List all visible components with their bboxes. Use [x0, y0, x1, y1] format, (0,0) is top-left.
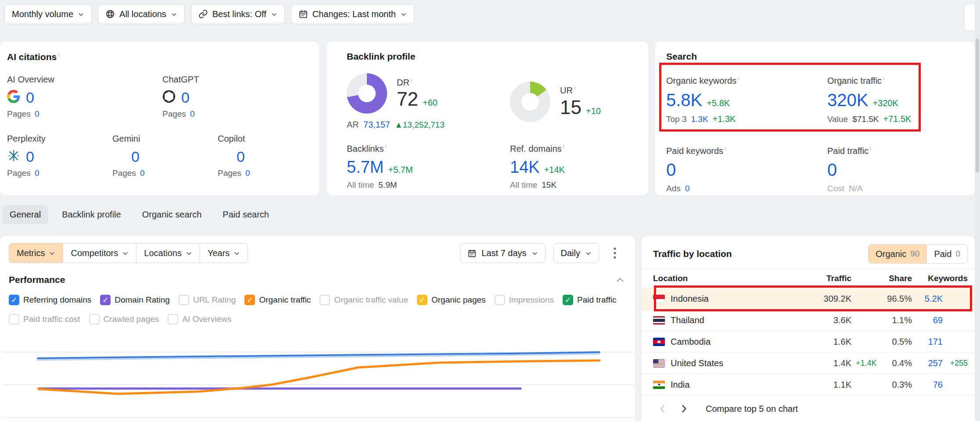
table-row[interactable]: Thailand 3.6K 1.1% 69	[642, 310, 975, 331]
table-row[interactable]: Indonesia 309.2K 96.5% 5.2K	[642, 288, 975, 310]
partial-button[interactable]	[964, 4, 975, 31]
toolbar-filter-button[interactable]: Best links: Off	[191, 4, 285, 24]
search-sub-value[interactable]: N/A	[849, 184, 863, 193]
pages-count-link[interactable]: 0	[140, 168, 145, 178]
metric-toggle[interactable]: AI Overviews	[168, 314, 231, 325]
segment-button[interactable]: Competitors	[63, 243, 136, 263]
section-tab[interactable]: Paid search	[215, 205, 276, 224]
domain-rating-donut	[347, 73, 387, 114]
column-keywords[interactable]: Keywords	[928, 274, 968, 283]
checkbox[interactable]	[89, 314, 100, 325]
table-row[interactable]: United States 1.4K +1.4K 0.4% 257 +255	[642, 353, 975, 374]
checkbox[interactable]	[563, 295, 573, 305]
pages-count-link[interactable]: 0	[35, 109, 39, 119]
share-value: 96.5%	[887, 294, 912, 304]
segment-button[interactable]: Locations	[136, 243, 200, 263]
ref-domains-value[interactable]: 14K	[510, 158, 540, 177]
date-range-button[interactable]: Last 7 days	[460, 243, 545, 263]
ai-citations-grid: AI Overview	[7, 75, 314, 178]
search-metric-value[interactable]: 5.8K	[666, 90, 702, 110]
scrollbar-track[interactable]	[975, 0, 980, 421]
pages-label: Pages	[162, 109, 186, 119]
ai-citation-item: AI Overview	[7, 75, 162, 119]
perplexity-icon	[7, 149, 20, 162]
toolbar-filter-button[interactable]: Monthly volume	[4, 4, 92, 24]
search-sub-label: Ads	[666, 184, 681, 193]
compare-top5-label[interactable]: Compare top 5 on chart	[706, 404, 798, 414]
toggle-button[interactable]: Organic 90	[869, 245, 926, 263]
search-metric-value[interactable]: 0	[666, 160, 676, 180]
metric-toggle[interactable]: Organic traffic value	[319, 295, 408, 305]
segment-button[interactable]: Years	[200, 243, 248, 263]
toolbar-filter-button[interactable]: All locations	[98, 4, 185, 24]
checkbox[interactable]	[244, 295, 255, 305]
prev-page-button[interactable]	[659, 403, 666, 414]
metric-label: AI Overviews	[182, 314, 231, 324]
column-share[interactable]: Share	[889, 274, 912, 283]
search-sub-value[interactable]: 0	[685, 184, 690, 193]
checkbox[interactable]	[9, 295, 19, 305]
toggle-button[interactable]: Paid 0	[926, 245, 967, 263]
keywords-link[interactable]: 5.2K	[925, 294, 943, 304]
toolbar-filter-button[interactable]: Changes: Last month	[291, 4, 414, 24]
pages-count-link[interactable]: 0	[190, 109, 195, 119]
keywords-link[interactable]: 257	[928, 358, 943, 368]
table-row[interactable]: India 1.1K 0.3% 76	[642, 374, 975, 396]
checkbox[interactable]	[9, 314, 19, 325]
metric-toggle[interactable]: Domain Rating	[100, 295, 170, 305]
metric-toggle[interactable]: Paid traffic	[563, 295, 616, 305]
metric-toggle[interactable]: URL Rating	[179, 295, 236, 305]
search-card: Search Organic keywordsi 5.8K+5.8K Top 3…	[655, 42, 975, 195]
ai-citation-value-row: 0	[7, 148, 112, 165]
checkbox[interactable]	[495, 295, 505, 305]
metric-toggle[interactable]: Paid traffic cost	[9, 314, 80, 325]
ai-citations-title: AI citationsi	[7, 51, 319, 62]
checkbox[interactable]	[179, 295, 189, 305]
ar-value-link[interactable]: 73,157	[363, 120, 390, 130]
traffic-value: 1.1K	[833, 380, 851, 390]
more-options-button[interactable]	[607, 243, 623, 263]
checkbox[interactable]	[319, 295, 330, 305]
alltime-value: 5.9M	[378, 180, 397, 190]
table-row[interactable]: Cambodia 1.6K 0.5% 171	[642, 331, 975, 353]
scrollbar-thumb[interactable]	[976, 39, 979, 172]
google-icon	[7, 90, 20, 103]
column-location[interactable]: Location	[642, 274, 794, 283]
next-page-button[interactable]	[681, 403, 687, 414]
checkbox[interactable]	[168, 314, 178, 325]
pages-count-link[interactable]: 0	[35, 168, 39, 178]
search-metric-label: Paid traffic	[827, 146, 869, 155]
section-tab[interactable]: Backlink profile	[55, 205, 128, 224]
section-tab[interactable]: General	[3, 205, 48, 224]
section-tabs: General Backlink profile Organic search …	[3, 205, 276, 224]
date-range-label: Last 7 days	[481, 248, 526, 258]
info-icon: i	[725, 145, 726, 152]
segment-button[interactable]: Metrics	[9, 243, 63, 263]
view-segmented-control: Metrics Competitors Locations	[9, 243, 248, 263]
checkbox[interactable]	[417, 295, 427, 305]
search-metric-value[interactable]: 320K	[827, 90, 868, 110]
search-sub-label: Top 3	[666, 114, 686, 124]
performance-card: Metrics Competitors Locations	[0, 236, 635, 421]
ai-source-name: Copilot	[218, 134, 250, 144]
granularity-button[interactable]: Daily	[553, 243, 599, 263]
keywords-link[interactable]: 76	[933, 380, 943, 390]
metric-toggle[interactable]: Crawled pages	[89, 314, 159, 325]
traffic-change: +1.4K	[851, 359, 882, 368]
collapse-chevron-up-icon[interactable]	[616, 277, 625, 283]
search-sub-value[interactable]: $71.5K	[852, 114, 879, 124]
column-traffic[interactable]: Traffic	[826, 274, 851, 283]
metric-toggle[interactable]: Referring domains	[9, 295, 91, 305]
checkbox[interactable]	[100, 295, 111, 305]
section-tab[interactable]: Organic search	[135, 205, 209, 224]
search-sub-value[interactable]: 1.3K	[691, 114, 708, 124]
search-metric-value[interactable]: 0	[827, 160, 837, 180]
metric-toggle[interactable]: Organic traffic	[244, 295, 311, 305]
country-name: India	[671, 380, 689, 390]
metric-toggle[interactable]: Impressions	[495, 295, 554, 305]
pages-count-link[interactable]: 0	[245, 168, 250, 178]
keywords-link[interactable]: 69	[933, 315, 943, 325]
keywords-link[interactable]: 171	[928, 337, 943, 347]
metric-toggle[interactable]: Organic pages	[417, 295, 486, 305]
backlinks-value[interactable]: 5.7M	[347, 158, 384, 177]
